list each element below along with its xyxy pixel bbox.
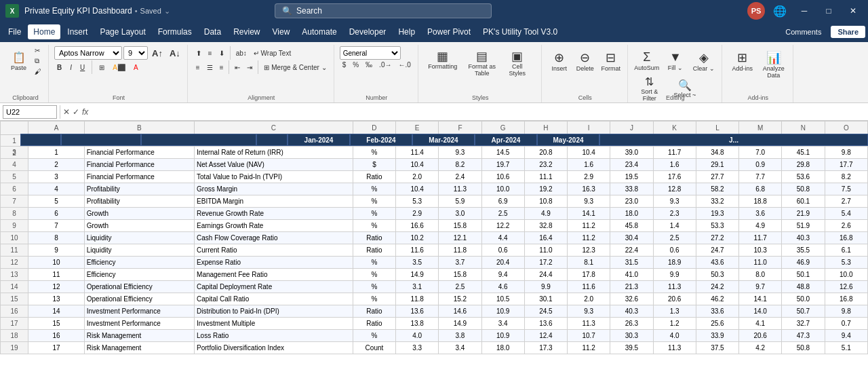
data-cell[interactable]: 0.6 <box>481 244 524 257</box>
data-cell[interactable]: 50.3 <box>696 269 738 281</box>
font-color-button[interactable]: A <box>131 63 141 72</box>
data-cell[interactable]: 4.4 <box>481 232 524 244</box>
kpi-group-cell[interactable]: Investment Performance <box>84 318 194 330</box>
kpi-name-cell[interactable]: Earnings Growth Rate <box>195 220 353 232</box>
avatar[interactable]: PS <box>747 2 765 20</box>
align-right-button[interactable]: ≡ <box>217 63 226 72</box>
data-cell[interactable]: 0.9 <box>739 159 782 171</box>
data-cell[interactable]: 37.5 <box>696 342 738 354</box>
data-cell[interactable]: 30.1 <box>524 293 567 305</box>
data-cell[interactable]: 26.3 <box>610 318 653 330</box>
data-cell[interactable]: 7.7 <box>739 171 782 183</box>
data-cell[interactable]: 50.1 <box>782 269 825 281</box>
data-cell[interactable]: 10.3 <box>739 244 782 257</box>
data-cell[interactable]: 19.2 <box>524 183 567 195</box>
col-header-h[interactable]: H <box>524 121 567 135</box>
addins-button[interactable]: ⊞ Add-ins <box>728 49 757 73</box>
align-top-button[interactable]: ⬆ <box>193 49 204 58</box>
data-cell[interactable]: 8.0 <box>739 269 782 281</box>
data-cell[interactable]: 18.0 <box>610 208 653 220</box>
data-cell[interactable]: 20.6 <box>653 293 696 305</box>
font-grow-button[interactable]: A↑ <box>149 48 165 59</box>
data-cell[interactable]: 2.5 <box>481 208 524 220</box>
col-header-m[interactable]: M <box>739 121 782 135</box>
menu-automate[interactable]: Automate <box>296 24 342 39</box>
data-cell[interactable]: 11.8 <box>439 244 481 257</box>
kpi-group-cell[interactable]: Operational Efficiency <box>84 281 194 293</box>
table-row[interactable]: 53Financial PerformanceTotal Value to Pa… <box>1 171 868 183</box>
insert-function-icon[interactable]: fx <box>82 107 88 117</box>
data-cell[interactable]: 18.0 <box>481 342 524 354</box>
align-bottom-button[interactable]: ⬇ <box>216 49 227 58</box>
minimize-button[interactable]: ─ <box>795 3 814 18</box>
underline-button[interactable]: U <box>77 63 87 72</box>
kpi-id[interactable]: 3 <box>28 171 85 183</box>
kpi-name-cell[interactable]: Loss Ratio <box>195 330 353 342</box>
data-cell[interactable]: 14.1 <box>568 208 610 220</box>
unit-cell[interactable]: % <box>353 330 395 342</box>
data-cell[interactable]: 3.3 <box>396 342 439 354</box>
data-cell[interactable]: 14.9 <box>439 318 481 330</box>
col-header-c[interactable]: C <box>195 121 353 135</box>
kpi-name-cell[interactable]: Current Ratio <box>195 244 353 257</box>
data-cell[interactable]: 15.8 <box>439 269 481 281</box>
kpi-name-cell[interactable]: EBITDA Margin <box>195 195 353 208</box>
data-cell[interactable]: 9.3 <box>568 305 610 318</box>
data-cell[interactable]: 19.5 <box>610 171 653 183</box>
kpi-id[interactable]: 8 <box>28 232 85 244</box>
italic-button[interactable]: I <box>67 63 75 72</box>
table-row[interactable]: 1816Risk ManagementLoss Ratio%4.03.810.9… <box>1 330 868 342</box>
data-cell[interactable]: 9.7 <box>739 281 782 293</box>
close-button[interactable]: ✕ <box>844 3 863 18</box>
data-cell[interactable]: 50.8 <box>782 183 825 195</box>
unit-cell[interactable]: % <box>353 257 395 269</box>
kpi-id[interactable]: 11 <box>28 269 85 281</box>
table-row[interactable]: 86GrowthRevenue Growth Rate%2.93.02.54.9… <box>1 208 868 220</box>
data-cell[interactable]: 9.3 <box>568 195 610 208</box>
data-cell[interactable]: 0.7 <box>825 318 867 330</box>
align-center-button[interactable]: ☰ <box>204 63 216 72</box>
data-cell[interactable]: 30.4 <box>610 232 653 244</box>
table-row[interactable]: 97GrowthEarnings Growth Rate%16.615.812.… <box>1 220 868 232</box>
kpi-group-cell[interactable]: Risk Management <box>84 342 194 354</box>
data-cell[interactable]: 11.3 <box>439 183 481 195</box>
text-direction-button[interactable]: ab↕ <box>233 49 250 58</box>
data-cell[interactable]: 27.2 <box>696 232 738 244</box>
kpi-name-cell[interactable]: Portfolio Diversification Index <box>195 342 353 354</box>
kpi-group-cell[interactable]: Growth <box>84 208 194 220</box>
kpi-id[interactable]: 7 <box>28 220 85 232</box>
data-cell[interactable]: 2.4 <box>439 171 481 183</box>
merge-center-button[interactable]: ⊞ Merge & Center ⌄ <box>261 63 329 72</box>
data-cell[interactable]: 13.6 <box>396 305 439 318</box>
col-header-a[interactable]: A <box>28 121 85 135</box>
comma-button[interactable]: ‰ <box>363 60 375 69</box>
menu-power-pivot[interactable]: Power Pivot <box>422 24 476 39</box>
data-cell[interactable]: 32.7 <box>782 318 825 330</box>
data-cell[interactable]: 13.6 <box>524 318 567 330</box>
data-cell[interactable]: 6.8 <box>739 183 782 195</box>
border-button[interactable]: ⊞ <box>96 63 107 72</box>
col-header-k[interactable]: K <box>653 121 696 135</box>
kpi-name-cell[interactable]: Revenue Growth Rate <box>195 208 353 220</box>
data-cell[interactable]: 17.7 <box>825 159 867 171</box>
kpi-name-cell[interactable]: Net Asset Value (NAV) <box>195 159 353 171</box>
row-number[interactable]: 4 <box>1 159 28 171</box>
align-middle-button[interactable]: ≡ <box>205 49 215 58</box>
menu-review[interactable]: Review <box>228 24 265 39</box>
row-number[interactable]: 16 <box>1 305 28 318</box>
data-cell[interactable]: 10.7 <box>568 330 610 342</box>
kpi-name-cell[interactable]: Investment Multiple <box>195 318 353 330</box>
formula-input[interactable] <box>91 107 865 117</box>
font-name-select[interactable]: Aptos Narrow <box>54 46 122 60</box>
col-header-n[interactable]: N <box>782 121 825 135</box>
data-cell[interactable]: 40.3 <box>782 232 825 244</box>
row-number[interactable]: 8 <box>1 208 28 220</box>
data-cell[interactable]: 11.6 <box>568 281 610 293</box>
data-cell[interactable]: 11.7 <box>739 232 782 244</box>
unit-cell[interactable]: % <box>353 293 395 305</box>
data-cell[interactable]: 14.1 <box>739 293 782 305</box>
data-cell[interactable]: 11.0 <box>739 257 782 269</box>
col-header-f[interactable]: F <box>439 121 481 135</box>
col-header-l[interactable]: L <box>696 121 738 135</box>
kpi-id[interactable]: 15 <box>28 318 85 330</box>
